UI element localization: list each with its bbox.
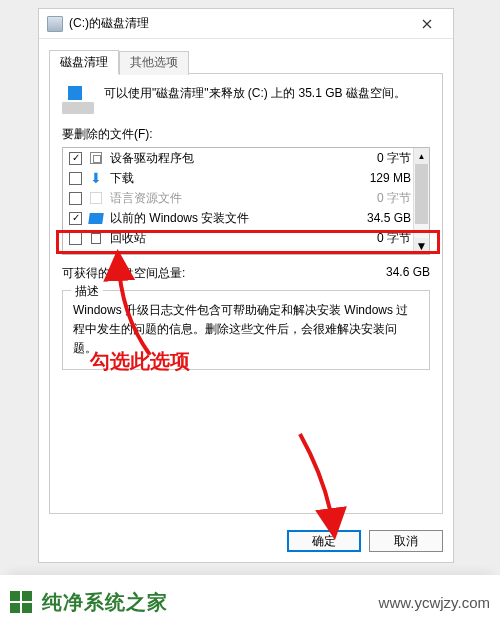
list-item[interactable]: ⬇ 下载 129 MB xyxy=(63,168,429,188)
item-name: 设备驱动程序包 xyxy=(110,150,369,167)
list-item[interactable]: 语言资源文件 0 字节 xyxy=(63,188,429,208)
ok-button[interactable]: 确定 xyxy=(287,530,361,552)
windows-icon xyxy=(88,210,104,226)
scroll-up-icon[interactable]: ▲ xyxy=(413,148,429,164)
files-list: 设备驱动程序包 0 字节 ⬇ 下载 129 MB 语言资源文件 0 字节 以前的… xyxy=(62,147,430,255)
close-button[interactable] xyxy=(409,13,445,35)
checkbox[interactable] xyxy=(69,232,82,245)
list-item[interactable]: 回收站 0 字节 xyxy=(63,228,429,248)
scroll-down-icon[interactable]: ▼ xyxy=(413,238,429,254)
watermark-url: www.ycwjzy.com xyxy=(379,594,490,611)
intro-text: 可以使用"磁盘清理"来释放 (C:) 上的 35.1 GB 磁盘空间。 xyxy=(104,84,430,102)
total-value: 34.6 GB xyxy=(386,265,430,282)
list-item[interactable]: 设备驱动程序包 0 字节 xyxy=(63,148,429,168)
item-size: 0 字节 xyxy=(369,230,411,247)
watermark-name: 纯净系统之家 xyxy=(42,589,168,616)
language-icon xyxy=(88,190,104,206)
total-label: 可获得的磁盘空间总量: xyxy=(62,265,386,282)
scroll-track[interactable] xyxy=(413,164,429,238)
scroll-thumb[interactable] xyxy=(415,164,428,224)
files-label: 要删除的文件(F): xyxy=(62,126,430,143)
dialog-buttons: 确定 取消 xyxy=(39,524,453,562)
item-size: 0 字节 xyxy=(369,150,411,167)
checkbox[interactable] xyxy=(69,212,82,225)
tabs: 磁盘清理 其他选项 xyxy=(39,39,453,73)
package-icon xyxy=(88,150,104,166)
item-name: 回收站 xyxy=(110,230,369,247)
disk-cleanup-dialog: (C:)的磁盘清理 磁盘清理 其他选项 可以使用"磁盘清理"来释放 (C:) 上… xyxy=(38,8,454,563)
cancel-button[interactable]: 取消 xyxy=(369,530,443,552)
scrollbar[interactable]: ▲ ▼ xyxy=(413,148,429,254)
item-size: 34.5 GB xyxy=(359,211,411,225)
close-icon xyxy=(422,19,432,29)
watermark-bar: 纯净系统之家 www.ycwjzy.com xyxy=(0,575,500,629)
titlebar: (C:)的磁盘清理 xyxy=(39,9,453,39)
item-name: 以前的 Windows 安装文件 xyxy=(110,210,359,227)
list-item[interactable]: 以前的 Windows 安装文件 34.5 GB xyxy=(63,208,429,228)
recycle-bin-icon xyxy=(88,230,104,246)
annotation-text: 勾选此选项 xyxy=(90,348,190,375)
tab-disk-cleanup[interactable]: 磁盘清理 xyxy=(49,50,119,74)
disk-cleanup-icon xyxy=(62,86,94,114)
description-legend: 描述 xyxy=(71,283,103,300)
tab-other-options[interactable]: 其他选项 xyxy=(119,51,189,75)
intro-row: 可以使用"磁盘清理"来释放 (C:) 上的 35.1 GB 磁盘空间。 xyxy=(62,84,430,114)
checkbox[interactable] xyxy=(69,192,82,205)
drive-icon xyxy=(47,16,63,32)
item-size: 0 字节 xyxy=(369,190,411,207)
watermark-logo-icon xyxy=(10,591,32,613)
window-title: (C:)的磁盘清理 xyxy=(69,15,409,32)
item-name: 语言资源文件 xyxy=(110,190,369,207)
checkbox[interactable] xyxy=(69,152,82,165)
item-name: 下载 xyxy=(110,170,362,187)
total-row: 可获得的磁盘空间总量: 34.6 GB xyxy=(62,265,430,282)
item-size: 129 MB xyxy=(362,171,411,185)
checkbox[interactable] xyxy=(69,172,82,185)
tab-panel: 可以使用"磁盘清理"来释放 (C:) 上的 35.1 GB 磁盘空间。 要删除的… xyxy=(49,73,443,514)
download-icon: ⬇ xyxy=(88,170,104,186)
